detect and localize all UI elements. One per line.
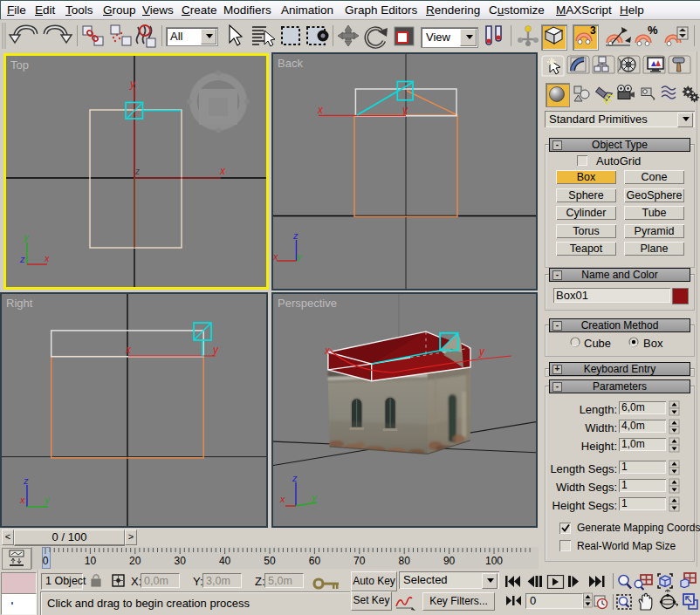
svg-text:x: x [279,494,285,504]
svg-text:0: 0 [43,555,49,567]
svg-text:10: 10 [85,555,97,567]
svg-text:30: 30 [175,555,187,567]
svg-text:50: 50 [264,555,276,567]
svg-text:40: 40 [219,555,231,567]
svg-text:70: 70 [353,555,366,567]
svg-text:y: y [44,495,51,505]
svg-text:%: % [648,24,658,37]
svg-text:x: x [19,495,25,505]
svg-text:x: x [125,344,132,356]
svg-text:x: x [273,251,278,262]
svg-text:x: x [317,104,324,116]
svg-text:3: 3 [590,24,596,37]
svg-text:80: 80 [399,555,411,567]
svg-text:y: y [478,345,485,358]
svg-text:y: y [296,251,303,262]
svg-text:z: z [23,475,29,486]
svg-text:y: y [401,104,408,116]
svg-text:y: y [212,344,219,356]
svg-text:y: y [129,78,136,90]
svg-text:z: z [292,230,299,241]
svg-text:x: x [324,345,331,357]
svg-text:y: y [311,492,318,502]
svg-text:60: 60 [309,555,321,567]
svg-text:x: x [219,165,226,177]
svg-text:z: z [19,254,25,264]
svg-text:z: z [292,473,298,483]
svg-text:20: 20 [129,555,141,567]
svg-text:x: x [44,253,50,263]
svg-text:90: 90 [443,555,456,567]
svg-text:y: y [23,232,30,243]
svg-text:100: 100 [485,555,503,567]
svg-text:z: z [134,167,140,176]
